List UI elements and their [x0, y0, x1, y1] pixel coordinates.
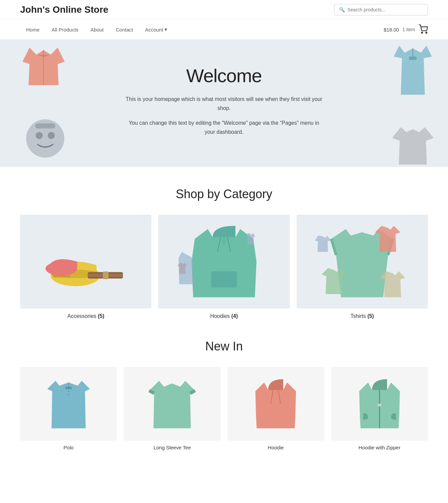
main-nav: Home All Products About Contact Account … — [0, 20, 448, 40]
product-card-hoodie-with-zipper[interactable]: Hoodie with Zipper — [331, 367, 428, 450]
chevron-down-icon: ▾ — [165, 26, 167, 33]
svg-rect-23 — [378, 404, 382, 406]
categories-section: Shop by Category — [0, 167, 448, 333]
product-name-polo: Polo — [20, 445, 117, 450]
deco-polo-top-right — [391, 43, 435, 97]
nav-account[interactable]: Account ▾ — [139, 20, 173, 39]
svg-point-0 — [422, 32, 423, 33]
category-card-tshirts[interactable]: Tshirts (5) — [297, 215, 428, 319]
hero-text2: You can change this text by editing the … — [124, 118, 325, 136]
product-img-hoodie — [228, 367, 324, 441]
cart-icon[interactable] — [419, 24, 428, 35]
product-img-long-sleeve-tee — [124, 367, 220, 441]
hero-content: Welcome This is your homepage which is w… — [124, 65, 325, 142]
nav-home[interactable]: Home — [20, 20, 46, 39]
hero-title: Welcome — [124, 65, 325, 87]
search-input[interactable] — [347, 7, 423, 12]
category-label-accessories: Accessories (5) — [20, 313, 151, 319]
product-card-hoodie[interactable]: Hoodie — [228, 367, 324, 450]
nav-all-products[interactable]: All Products — [46, 20, 84, 39]
product-name-hoodie-with-zipper: Hoodie with Zipper — [331, 445, 428, 450]
svg-rect-14 — [211, 271, 237, 287]
deco-tshirt-bottom-right — [391, 123, 435, 167]
category-card-accessories[interactable]: Accessories (5) — [20, 215, 151, 319]
categories-grid: Accessories (5) — [20, 215, 428, 319]
svg-rect-17 — [65, 387, 72, 389]
category-card-hoodies[interactable]: Hoodies (4) — [158, 215, 290, 319]
categories-title: Shop by Category — [20, 187, 428, 201]
svg-rect-6 — [35, 123, 55, 128]
category-img-hoodies — [158, 215, 290, 309]
cart-info[interactable]: $18.00 1 item — [384, 24, 428, 35]
svg-point-18 — [68, 391, 69, 392]
product-img-polo — [20, 367, 117, 441]
svg-point-5 — [48, 132, 55, 139]
new-in-title: New In — [20, 339, 428, 353]
hero-section: Welcome This is your homepage which is w… — [0, 40, 448, 167]
svg-rect-2 — [409, 57, 417, 60]
nav-contact[interactable]: Contact — [110, 20, 139, 39]
products-grid: Polo Long Sleeve Tee — [20, 367, 428, 450]
category-img-accessories — [20, 215, 151, 309]
product-card-polo[interactable]: Polo — [20, 367, 117, 450]
svg-rect-13 — [103, 271, 109, 279]
svg-point-19 — [68, 394, 69, 395]
new-in-section: New In Polo — [0, 333, 448, 470]
search-icon: 🔍 — [339, 7, 345, 12]
product-name-hoodie: Hoodie — [228, 445, 324, 450]
site-title[interactable]: John's Online Store — [20, 4, 108, 15]
search-bar[interactable]: 🔍 — [334, 4, 428, 15]
category-label-tshirts: Tshirts (5) — [297, 313, 428, 319]
nav-about[interactable]: About — [84, 20, 110, 39]
category-img-tshirts — [297, 215, 428, 309]
product-card-long-sleeve-tee[interactable]: Long Sleeve Tee — [124, 367, 220, 450]
svg-point-1 — [426, 32, 427, 33]
site-header: John's Online Store 🔍 — [0, 0, 448, 20]
deco-jacket-top-left — [20, 43, 67, 90]
deco-bag-bottom-left — [20, 113, 70, 167]
category-label-hoodies: Hoodies (4) — [158, 313, 290, 319]
svg-point-4 — [36, 132, 43, 139]
product-img-hoodie-with-zipper — [331, 367, 428, 441]
cart-price: $18.00 — [384, 27, 399, 33]
hero-text1: This is your homepage which is what most… — [124, 95, 325, 113]
nav-links: Home All Products About Contact Account … — [20, 20, 173, 39]
product-name-long-sleeve-tee: Long Sleeve Tee — [124, 445, 220, 450]
cart-count: 1 item — [402, 27, 415, 32]
